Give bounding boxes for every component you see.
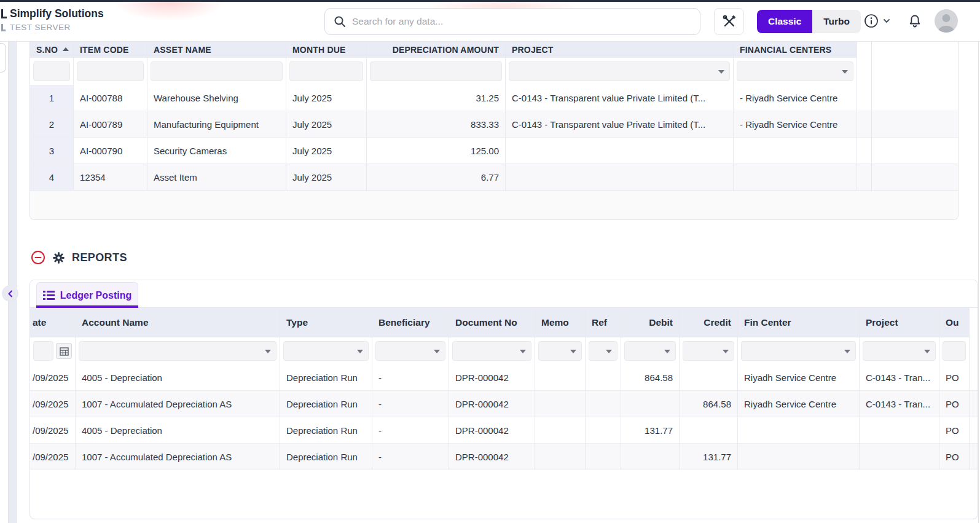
cell-type: Depreciation Run bbox=[280, 444, 372, 470]
cell-type: Depreciation Run bbox=[280, 364, 372, 390]
cell-financial_centers bbox=[734, 138, 857, 163]
filter-input-project[interactable] bbox=[509, 61, 730, 81]
cell-memo bbox=[535, 444, 586, 470]
filter-cell-credit bbox=[680, 337, 738, 364]
reports-section-header: REPORTS bbox=[31, 248, 127, 267]
dropdown-caret-icon bbox=[664, 350, 670, 353]
filter-input-type[interactable] bbox=[283, 341, 369, 361]
notifications-button[interactable] bbox=[907, 0, 922, 42]
filter-input-debit[interactable] bbox=[624, 341, 676, 361]
column-header-item_code[interactable]: ITEM CODE bbox=[74, 42, 147, 58]
column-header-memo[interactable]: Memo bbox=[535, 308, 586, 337]
cell-project bbox=[506, 138, 734, 163]
brand-subtitle: TEST SERVER bbox=[10, 23, 71, 32]
filter-input-memo[interactable] bbox=[538, 341, 582, 361]
cell-project bbox=[860, 417, 939, 443]
filter-input-outlet[interactable] bbox=[943, 341, 966, 361]
column-header-month_due[interactable]: MONTH DUE bbox=[286, 42, 367, 58]
filter-input-financial_centers[interactable] bbox=[737, 61, 853, 81]
table-row[interactable]: /09/20254005 - DepreciationDepreciation … bbox=[30, 364, 978, 391]
search-input[interactable] bbox=[352, 16, 700, 27]
filter-input-sno[interactable] bbox=[33, 61, 70, 81]
filter-input-beneficiary[interactable] bbox=[375, 341, 445, 361]
table-row[interactable]: 412354Asset ItemJuly 20256.77 bbox=[30, 164, 958, 191]
table-gutter-divider bbox=[871, 42, 872, 191]
filter-cell-project bbox=[860, 337, 939, 364]
column-header-project[interactable]: PROJECT bbox=[506, 42, 734, 58]
filter-input-ref[interactable] bbox=[589, 341, 617, 361]
filter-input-project[interactable] bbox=[863, 341, 936, 361]
filter-input-item_code[interactable] bbox=[77, 61, 144, 81]
table-row[interactable]: /09/20254005 - DepreciationDepreciation … bbox=[30, 417, 978, 444]
cell-item_code: 12354 bbox=[74, 164, 147, 190]
minus-circle-icon[interactable] bbox=[31, 250, 45, 265]
column-header-sno[interactable]: S.NO bbox=[30, 42, 74, 58]
asset-table-body: 1AI-000788Warehouse ShelvingJuly 202531.… bbox=[30, 85, 958, 191]
column-header-date[interactable]: ate bbox=[30, 308, 76, 337]
column-header-beneficiary[interactable]: Beneficiary bbox=[372, 308, 449, 337]
gear-icon[interactable] bbox=[52, 251, 65, 264]
tab-ledger-posting[interactable]: Ledger Posting bbox=[36, 282, 138, 308]
column-header-project[interactable]: Project bbox=[860, 308, 939, 337]
filter-input-document_no[interactable] bbox=[452, 341, 531, 361]
cell-project: C-0143 - Tran... bbox=[860, 364, 939, 390]
cell-financial_centers: - Riyadh Service Centre bbox=[734, 85, 857, 111]
turbo-button[interactable]: Turbo bbox=[812, 10, 861, 33]
cell-type: Depreciation Run bbox=[280, 391, 372, 417]
column-header-financial_centers[interactable]: FINANCIAL CENTERS bbox=[734, 42, 857, 58]
filter-cell-debit bbox=[621, 337, 680, 364]
logo-fragment-sub bbox=[1, 24, 6, 31]
table-row[interactable]: 3AI-000790Security CamerasJuly 2025125.0… bbox=[30, 138, 958, 164]
table-row[interactable]: 2AI-000789Manufacturing EquipmentJuly 20… bbox=[30, 111, 958, 138]
sidebar-collapse-button[interactable] bbox=[2, 285, 18, 302]
cell-outlet: PO bbox=[939, 391, 970, 417]
column-header-type[interactable]: Type bbox=[280, 308, 372, 337]
dropdown-caret-icon bbox=[434, 350, 440, 353]
filter-input-month_due[interactable] bbox=[289, 61, 363, 81]
filter-input-asset_name[interactable] bbox=[151, 61, 283, 81]
column-header-depreciation_amount[interactable]: DEPRECIATION AMOUNT bbox=[367, 42, 506, 58]
column-header-debit[interactable]: Debit bbox=[621, 308, 680, 337]
cell-project bbox=[506, 164, 734, 190]
cell-asset_name: Asset Item bbox=[147, 164, 286, 190]
calendar-button[interactable] bbox=[56, 343, 72, 359]
cell-credit bbox=[680, 364, 738, 390]
top-bar: Simplify Solutions TEST SERVER Classic T… bbox=[0, 0, 980, 42]
ledger-table-filter-row bbox=[30, 337, 978, 364]
tools-button[interactable] bbox=[714, 8, 744, 35]
column-header-document_no[interactable]: Document No bbox=[449, 308, 535, 337]
table-row[interactable]: 1AI-000788Warehouse ShelvingJuly 202531.… bbox=[30, 85, 958, 111]
filter-input-fin_center[interactable] bbox=[741, 341, 856, 361]
column-header-asset_name[interactable]: ASSET NAME bbox=[147, 42, 286, 58]
column-header-credit[interactable]: Credit bbox=[680, 308, 738, 337]
cell-month_due: July 2025 bbox=[286, 138, 367, 163]
cell-memo bbox=[535, 417, 586, 443]
cell-beneficiary: - bbox=[372, 444, 449, 470]
column-header-outlet[interactable]: Ou bbox=[939, 308, 970, 337]
list-icon bbox=[43, 290, 55, 301]
cell-account_name: 1007 - Accumulated Depreciation AS bbox=[76, 391, 280, 417]
filter-input-account_name[interactable] bbox=[79, 341, 276, 361]
column-header-fin_center[interactable]: Fin Center bbox=[738, 308, 860, 337]
dropdown-caret-icon bbox=[844, 350, 850, 353]
classic-button[interactable]: Classic bbox=[757, 10, 812, 33]
brand-title: Simplify Solutions bbox=[10, 7, 104, 20]
avatar[interactable] bbox=[935, 9, 958, 33]
column-header-account_name[interactable]: Account Name bbox=[76, 308, 280, 337]
filter-input-credit[interactable] bbox=[683, 341, 734, 361]
column-header-label: Fin Center bbox=[744, 317, 791, 328]
global-search[interactable] bbox=[324, 8, 700, 35]
dropdown-caret-icon bbox=[924, 350, 930, 353]
info-menu[interactable] bbox=[863, 0, 892, 42]
column-header-label: Project bbox=[866, 317, 898, 328]
cell-fin_center bbox=[738, 444, 860, 470]
column-header-label: Memo bbox=[541, 317, 569, 328]
table-row[interactable]: /09/20251007 - Accumulated Depreciation … bbox=[30, 391, 978, 417]
filter-input-depreciation_amount[interactable] bbox=[370, 61, 502, 81]
column-header-ref[interactable]: Ref bbox=[586, 308, 621, 337]
filter-input-date[interactable] bbox=[33, 341, 53, 361]
table-row[interactable]: /09/20251007 - Accumulated Depreciation … bbox=[30, 444, 978, 470]
cell-debit bbox=[621, 391, 680, 417]
filter-cell-date bbox=[30, 337, 76, 364]
column-header-label: MONTH DUE bbox=[292, 45, 346, 55]
